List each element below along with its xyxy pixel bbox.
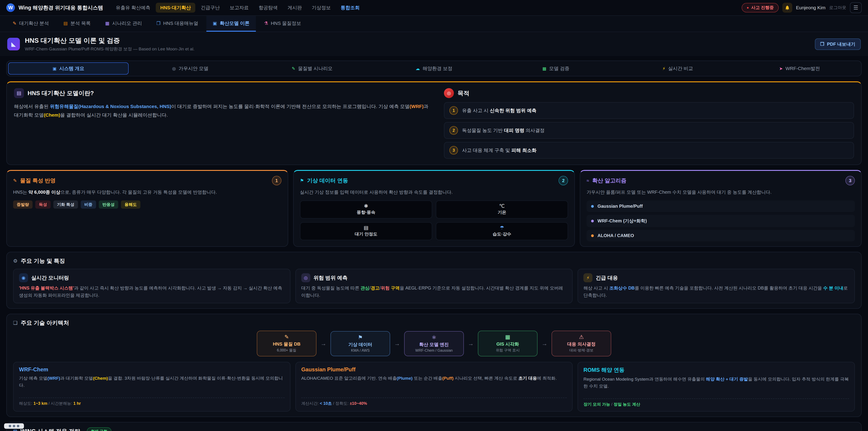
tab-label: 실시간 비교 [668, 65, 693, 72]
tab-analysis-list[interactable]: ▤ 분석 목록 [57, 16, 97, 32]
tab-hns-substance-info[interactable]: ⚗ HNS 물질정보 [258, 16, 307, 32]
flask-icon: ⚗ [264, 21, 268, 26]
pencil-icon: ✎ [13, 178, 17, 183]
features-panel-title: 주요 기능 및 특징 [21, 257, 65, 265]
tab-realtime-comparison[interactable]: ⚡ 실시간 비교 [618, 62, 738, 74]
page-header-text: HNS 대기확산 모델 이론 및 검증 WRF-Chem·Gaussian Pl… [25, 36, 194, 52]
tag-reactivity: 반응성 [99, 201, 118, 209]
tab-diffusion-model-theory[interactable]: ▣ 확산모델 이론 [206, 16, 256, 32]
menu-item-oil-spill-prediction[interactable]: 유출유 확산예측 [111, 3, 155, 13]
feature-title: 긴급 대응 [596, 274, 618, 281]
tag-toxicity: 독성 [35, 201, 51, 209]
tab-atmospheric-diffusion-analysis[interactable]: ✎ 대기확산 분석 [6, 16, 55, 32]
algorithm-label: ALOHA / CAMEO [597, 233, 634, 238]
wing-strategy-panel: ⊞ WING 시스템 적용 전략 현재 구현 ✎ HNS DB 연동 CHRIS… [6, 422, 862, 431]
bottom-left-widget[interactable] [4, 423, 24, 429]
model-wrf-chem: WRF-Chem 기상 예측 모델(WRF)과 대기화학 모델(Chem)을 결… [13, 362, 290, 411]
flow-node-model-engine: ⚛ 확산 모델 엔진 WRF-Chem / Gaussian [404, 331, 464, 356]
tab-hns-response-manual[interactable]: ❐ HNS 대응매뉴얼 [150, 16, 205, 32]
incident-status-badge[interactable]: ● 사고 진행중 [742, 3, 779, 12]
tag-solubility: 용해도 [121, 201, 141, 209]
incident-badge-label: 사고 진행중 [751, 5, 774, 11]
model-definition-title: HNS 대기확산 모델이란? [28, 89, 94, 97]
tag-vaporization: 기화 특성 [53, 201, 78, 209]
model-descriptions-row: WRF-Chem 기상 예측 모델(WRF)과 대기화학 모델(Chem)을 결… [13, 362, 855, 411]
rocket-icon: ➤ [779, 66, 783, 71]
card-body-text: 실시간 기상 정보를 입력 데이터로 사용하여 확산 방향과 속도를 결정합니다… [300, 188, 568, 196]
number-badge: 1 [450, 106, 458, 115]
model-description: ALOHA/CAMEO 표준 알고리즘에 기반. 연속 배출(Plume) 또는… [301, 375, 567, 395]
cloud-icon: ☁ [416, 66, 420, 71]
target-icon: ◎ [444, 88, 454, 98]
pdf-export-button[interactable]: ❐ PDF 내보내기 [815, 38, 861, 50]
weather-input-grid: ❃ 풍향·풍속 ℃ 기온 ▤ 대기 안정도 ☂ 습도·강수 [300, 201, 568, 240]
algorithm-label: WRF-Chem (기상+화학) [597, 218, 647, 224]
diffusion-algorithm-card: ≈ 확산 알고리즘 3 가우시안 플룸/퍼프 모델 또는 WRF-Chem 수치… [580, 170, 862, 247]
thermometer-icon: ℃ [499, 204, 505, 209]
model-gaussian: Gaussian Plume/Puff ALOHA/CAMEO 표준 알고리즘에… [296, 362, 573, 411]
card-body-text: HNS는 약 6,000종 이상으로, 종류가 매우 다양합니다. 각 물질의 … [13, 188, 281, 196]
model-definition-section: ▤ HNS 대기확산 모델이란? 해상에서 유출된 위험유해물질(Hazardo… [14, 88, 432, 159]
boxes-icon: ❏ [13, 320, 18, 326]
logout-button[interactable]: 로그아웃 [829, 5, 846, 11]
gear-icon: ⚙ [13, 258, 18, 264]
purpose-item: 2 독성물질 농도 기반 대피 명령 의사결정 [444, 122, 854, 139]
number-badge: 3 [450, 146, 458, 155]
arrow-icon: → [541, 340, 548, 347]
tab-substance-scenarios[interactable]: ✎ 물질별 시나리오 [252, 62, 372, 74]
main-content: ▤ HNS 대기확산 모델이란? 해상에서 유출된 위험유해물질(Hazardo… [0, 76, 868, 431]
menu-item-emergency-rescue[interactable]: 긴급구난 [196, 3, 224, 13]
feature-realtime-monitoring: ◉ 실시간 모니터링 'HNS 유출 블랙박스 시스템'과 같이 사고 즉시 확… [13, 269, 290, 303]
current-implementation-badge: 현재 구현 [87, 427, 112, 431]
menu-item-board[interactable]: 게시판 [283, 3, 306, 13]
grid-check-icon: ▦ [542, 66, 546, 71]
tab-label: HNS 물질정보 [271, 20, 301, 26]
tab-scenario-management[interactable]: ▦ 시나리오 관리 [99, 16, 148, 32]
temperature-label: 기온 [498, 210, 506, 215]
algorithm-list: Gaussian Plume/Puff WRF-Chem (기상+화학) ALO… [587, 201, 855, 241]
menu-item-hns-atmospheric-diffusion[interactable]: HNS·대기확산 [156, 3, 195, 13]
bullet-icon [591, 235, 594, 237]
pencil-icon: ✎ [291, 66, 295, 71]
tag-evaporation: 증발량 [13, 201, 33, 209]
user-name[interactable]: Eunjeong Kim [796, 5, 826, 10]
tab-gaussian-model[interactable]: ◎ 가우시안 모델 [130, 62, 250, 74]
tab-label: 모델 검증 [549, 65, 569, 72]
satellite-icon: ◉ [19, 273, 28, 282]
page-title: HNS 대기확산 모델 이론 및 검증 [25, 36, 194, 45]
list-item-aloha-cameo: ALOHA / CAMEO [587, 230, 855, 241]
tab-model-validation[interactable]: ▦ 모델 검증 [496, 62, 616, 74]
tab-marine-correction[interactable]: ☁ 해양환경 보정 [374, 62, 494, 74]
menu-item-weather-info[interactable]: 기상정보 [307, 3, 335, 13]
model-specs: 계산시간: < 10초 / 정확도: ±10~40% [301, 398, 567, 406]
feature-text: 해상 사고 시 조화상수 DB를 이용한 빠른 예측 기술을 포함합니다. 사전… [583, 284, 849, 299]
menu-item-integrated-search[interactable]: 통합조회 [336, 3, 364, 13]
notification-bell-icon[interactable] [782, 3, 792, 13]
step-number-badge: 3 [845, 176, 855, 185]
hamburger-menu-icon[interactable]: ☰ [850, 2, 862, 13]
tab-system-overview[interactable]: ▣ 시스템 개요 [8, 62, 129, 74]
key-features-panel: ⚙ 주요 기능 및 특징 ◉ 실시간 모니터링 'HNS 유출 블랙박스 시스템… [6, 252, 862, 309]
tab-label: 시스템 개요 [59, 65, 84, 72]
wind-box: ❃ 풍향·풍속 [300, 201, 432, 219]
lightning-icon: ⚡ [662, 66, 665, 71]
tab-wrf-chem-evolution[interactable]: ➤ WRF-Chem발전 [739, 62, 860, 74]
page-header: ◣ HNS 대기확산 모델 이론 및 검증 WRF-Chem·Gaussian … [0, 32, 868, 56]
flag-icon: ⚑ [300, 178, 304, 183]
model-definition-paragraph: 해상에서 유출된 위험유해물질(Hazardous & Noxious Subs… [14, 102, 432, 119]
tab-label: 분석 목록 [70, 20, 91, 26]
target-icon: ◎ [301, 273, 310, 282]
menu-item-reports[interactable]: 보고자료 [225, 3, 253, 13]
tab-label: 확산모델 이론 [220, 20, 250, 26]
pencil-icon: ✎ [13, 21, 17, 26]
flow-node-decision: ⚠ 대응 의사결정 대피·방제·경보 [552, 331, 611, 357]
property-tags: 증발량 독성 기화 특성 비중 반응성 용해도 [13, 201, 281, 209]
sub-navigation-tabs: ✎ 대기확산 분석 ▤ 분석 목록 ▦ 시나리오 관리 ❐ HNS 대응매뉴얼 … [0, 16, 868, 32]
app-title-text: 해양환경 위기대응 통합시스템 [33, 5, 103, 11]
flow-node-gis-visualization: ▦ GIS 시각화 위험 구역 표시 [478, 331, 537, 357]
document-icon: ❐ [820, 41, 825, 47]
grid-icon: ▦ [105, 21, 110, 26]
step-number-badge: 1 [272, 176, 281, 185]
card-body-text: 가우시안 플룸/퍼프 모델 또는 WRF-Chem 수치 모델을 사용하여 대기… [587, 188, 855, 196]
menu-item-aerial-search[interactable]: 항공탐색 [254, 3, 282, 13]
